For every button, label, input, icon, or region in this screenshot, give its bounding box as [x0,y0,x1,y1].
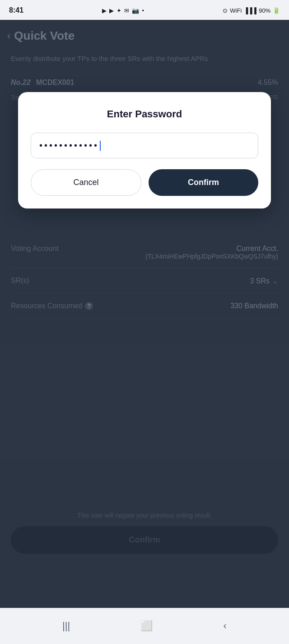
dot-icon: • [142,7,144,14]
modal-title: Enter Password [31,108,258,120]
status-right-icons: ⊙ WiFi ▐▐▐ 90% 🔋 [223,7,280,14]
password-input-wrapper[interactable]: •••••••••••• [31,133,258,158]
decentraland-icon: ✦ [117,7,121,14]
status-notification-icons: ▶ ▶ ✦ ✉ 📷 • [102,7,144,14]
cancel-button[interactable]: Cancel [31,169,141,196]
nav-back-icon[interactable]: ‹ [224,620,227,632]
modal-overlay: Enter Password •••••••••••• Cancel Confi… [0,20,289,608]
youtube-icon2: ▶ [109,7,114,14]
password-modal: Enter Password •••••••••••• Cancel Confi… [18,92,271,208]
battery-icon: 🔋 [273,7,280,14]
modal-buttons: Cancel Confirm [31,169,258,196]
youtube-icon: ▶ [102,7,107,14]
confirm-button[interactable]: Confirm [149,169,258,196]
status-time: 8:41 [9,6,23,14]
battery-percent: 90% [259,7,270,14]
password-dots: •••••••••••• [39,140,99,151]
nav-recent-icon[interactable]: ||| [62,620,70,632]
android-nav-bar: ||| ⬜ ‹ [0,608,289,644]
wifi-icon: WiFi [230,7,242,14]
text-cursor [100,141,101,151]
camera-icon: 📷 [132,7,139,14]
status-bar: 8:41 ▶ ▶ ✦ ✉ 📷 • ⊙ WiFi ▐▐▐ 90% 🔋 [0,0,289,20]
nav-home-icon[interactable]: ⬜ [140,620,153,632]
email-icon: ✉ [124,7,129,14]
location-icon: ⊙ [223,7,228,14]
signal-icon: ▐▐▐ [244,7,256,14]
